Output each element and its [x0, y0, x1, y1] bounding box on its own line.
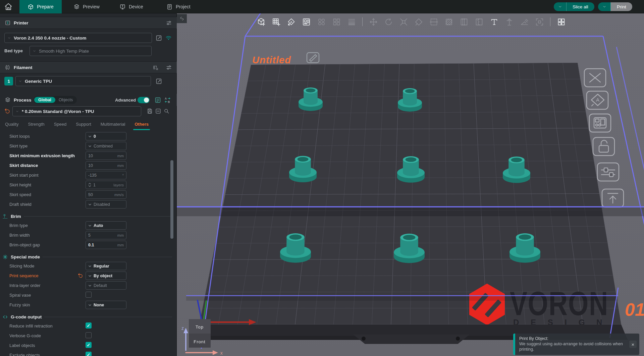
bed-type-dropdown[interactable]: Smooth High Temp Plate — [30, 46, 152, 56]
checkbox-exclude-objects[interactable]: ✓ — [86, 352, 92, 356]
plate-name-label[interactable]: Untitled — [252, 55, 291, 65]
auto-orient-plate-icon[interactable]: A — [587, 91, 608, 109]
process-tab-others[interactable]: Others — [135, 122, 149, 128]
viewport-3d[interactable]: VORON D E S I G N Untitled 01 A — [177, 13, 644, 356]
process-tab-support[interactable]: Support — [76, 122, 91, 128]
dropdown-draft-shield[interactable]: Disabled — [86, 200, 126, 209]
seam-paint-icon[interactable] — [473, 15, 485, 28]
dropdown-brim-type[interactable]: Auto — [86, 221, 126, 230]
top-bar: Prepare Preview Device Project Slice all… — [0, 0, 644, 13]
move-plate-up-icon[interactable] — [602, 189, 624, 207]
toolbar-divider — [550, 17, 550, 26]
process-tab-quality[interactable]: Quality — [5, 122, 18, 128]
checkbox-label-objects[interactable]: ✓ — [86, 342, 92, 348]
tab-project[interactable]: Project — [158, 0, 199, 13]
collapse-preset-icon[interactable] — [155, 108, 161, 114]
dropdown-slicing-mode[interactable]: Regular — [86, 262, 126, 270]
wifi-connection-icon[interactable] — [165, 34, 172, 41]
auto-orient-icon[interactable]: A — [285, 15, 298, 28]
cut-icon[interactable] — [427, 15, 440, 28]
checkbox-reduce-infill-retraction[interactable]: ✓ — [86, 322, 92, 329]
process-list-icon[interactable] — [154, 97, 161, 104]
process-tab-speed[interactable]: Speed — [54, 122, 67, 128]
tab-prepare-label: Prepare — [37, 4, 54, 9]
arrange-icon[interactable] — [300, 15, 313, 28]
scale-icon[interactable] — [397, 15, 410, 28]
add-filament-icon[interactable] — [152, 64, 159, 71]
setting-row-skirt-type: Skirt typeCombined — [0, 141, 177, 151]
process-tab-multimaterial[interactable]: Multimaterial — [101, 122, 125, 128]
print-options-chevron-icon[interactable] — [598, 2, 611, 11]
search-settings-icon[interactable] — [163, 108, 170, 114]
add-plate-icon[interactable] — [270, 15, 282, 28]
input-skirt-start-point[interactable]: -135° — [86, 171, 126, 179]
variable-layer-height-icon[interactable] — [345, 15, 358, 28]
lay-on-face-icon[interactable] — [412, 15, 425, 28]
support-paint-icon[interactable] — [503, 15, 516, 28]
input-skirt-distance[interactable]: 10mm — [86, 161, 126, 170]
checkbox-verbose-g-code[interactable] — [86, 332, 92, 338]
split-to-objects-icon[interactable] — [315, 15, 328, 28]
slice-options-chevron-icon[interactable] — [554, 2, 567, 11]
tab-prepare[interactable]: Prepare — [19, 0, 62, 13]
compare-presets-icon[interactable]: AB — [164, 97, 171, 104]
dropdown-print-sequence[interactable]: By object — [86, 272, 126, 280]
printer-preset-dropdown[interactable]: Voron 2.4 350 0.4 nozzle - Custom — [4, 33, 152, 43]
delete-plate-icon[interactable] — [584, 69, 606, 87]
dropdown-intra-layer-order[interactable]: Default — [86, 281, 126, 290]
home-icon[interactable] — [3, 2, 13, 11]
input-brim-width[interactable]: 5mm — [86, 231, 126, 239]
height-range-icon[interactable] — [518, 15, 531, 28]
input-skirt-speed[interactable]: 50mm/s — [86, 190, 126, 199]
filament-slot-badge[interactable]: 1 — [4, 77, 13, 85]
notification-close-icon[interactable]: × — [629, 341, 637, 348]
settings-scrollbar[interactable] — [170, 160, 173, 239]
advanced-toggle[interactable] — [138, 97, 150, 103]
fill-color-icon[interactable] — [442, 15, 455, 28]
print-button[interactable]: Print — [598, 2, 632, 11]
tab-device[interactable]: Device — [111, 0, 151, 13]
process-tab-strength[interactable]: Strength — [28, 122, 44, 128]
scene-canvas[interactable]: VORON D E S I G N Untitled 01 A — [177, 13, 644, 356]
move-icon[interactable] — [367, 15, 380, 28]
dropdown-skirt-loops[interactable]: 0 — [86, 132, 126, 140]
filament-settings-sliders-icon[interactable] — [166, 64, 172, 71]
process-scope-toggle[interactable]: Global Objects — [34, 96, 77, 104]
save-preset-icon[interactable] — [147, 108, 153, 114]
process-preset-dropdown[interactable]: * 0.20mm Standard @Voron - TPU — [12, 106, 141, 116]
scale-to-fit-icon[interactable] — [533, 15, 546, 28]
dropdown-fuzzy-skin[interactable]: None — [86, 301, 126, 309]
lock-plate-icon[interactable] — [593, 137, 614, 156]
color-paint-icon[interactable] — [458, 15, 470, 28]
dropdown-skirt-type[interactable]: Combined — [86, 142, 126, 150]
scope-objects[interactable]: Objects — [55, 97, 76, 103]
tab-preview[interactable]: Preview — [65, 0, 108, 13]
rotate-icon[interactable] — [382, 15, 395, 28]
checkbox-spiral-vase[interactable] — [86, 292, 92, 298]
printer-settings-sliders-icon[interactable] — [166, 20, 172, 26]
scope-global[interactable]: Global — [34, 97, 55, 103]
edit-plate-name-icon[interactable] — [307, 53, 319, 63]
add-object-icon[interactable] — [255, 15, 267, 28]
edit-printer-icon[interactable] — [155, 35, 162, 42]
advanced-label: Advanced — [115, 98, 136, 103]
assembly-icon[interactable] — [555, 15, 568, 28]
filament-preset-dropdown[interactable]: Generic TPU — [15, 76, 151, 86]
split-to-parts-icon[interactable] — [330, 15, 343, 28]
arrange-plate-icon[interactable] — [589, 114, 611, 132]
input-brim-object-gap[interactable]: 0.1mm — [86, 241, 126, 249]
nav-cube-top-face[interactable]: Top — [196, 324, 204, 330]
collapse-panel-handle[interactable] — [177, 14, 187, 23]
plate-settings-icon[interactable] — [597, 163, 619, 181]
reset-setting-icon[interactable] — [77, 273, 83, 278]
spinner-skirt-height[interactable]: 1layers — [86, 181, 126, 189]
reset-process-icon[interactable] — [4, 108, 10, 114]
chevron-down-icon — [7, 37, 11, 40]
nav-cube[interactable]: Top Front — [189, 319, 211, 348]
input-skirt-minimum-extrusion-length[interactable]: 10mm — [86, 152, 126, 160]
nav-cube-front-face[interactable]: Front — [194, 339, 205, 344]
text-icon[interactable] — [488, 15, 500, 28]
slice-all-button[interactable]: Slice all — [554, 2, 594, 11]
edit-filament-icon[interactable] — [155, 78, 162, 85]
toolbar-divider — [362, 17, 363, 26]
